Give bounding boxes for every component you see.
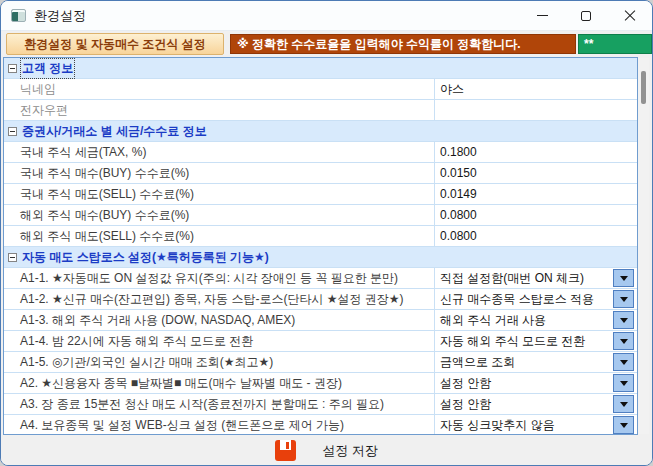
property-value[interactable]: 자동 해외 주식 모드로 전환 (434, 331, 637, 351)
settings-window: 환경설정 환경설정 및 자동매수 조건식 설정 ※ 정확한 수수료율을 입력해야… (0, 0, 653, 466)
property-row[interactable]: A1-3. 해외 주식 거래 사용 (DOW, NASDAQ, AMEX)해외 … (4, 310, 637, 331)
chevron-down-icon (620, 318, 628, 323)
property-label: 국내 주식 매도(SELL) 수수료(%) (4, 184, 434, 204)
property-value-text: 0.0800 (440, 208, 477, 222)
property-row[interactable]: 해외 주식 매수(BUY) 수수료(%)0.0800 (4, 205, 637, 226)
property-value-text: 자동 싱크맞추지 않음 (440, 417, 555, 434)
property-label: 해외 주식 매도(SELL) 수수료(%) (4, 226, 434, 246)
property-value[interactable]: 0.1800 (434, 142, 637, 162)
property-value[interactable] (434, 100, 637, 120)
property-label: A1-4. 밤 22시에 자동 해외 주식 모드로 전환 (4, 331, 434, 351)
property-row[interactable]: A1-1. ★자동매도 ON 설정값 유지(주의: 시각 장애인 등 꼭 필요한… (4, 268, 637, 289)
property-value[interactable]: 0.0150 (434, 163, 637, 183)
property-value[interactable]: 직접 설정함(매번 ON 체크) (434, 268, 637, 288)
property-value-text: 야스 (440, 81, 464, 98)
dropdown-button[interactable] (613, 269, 634, 287)
property-value-text: 0.0800 (440, 229, 477, 243)
dropdown-button[interactable] (613, 290, 634, 308)
scrollbar-thumb[interactable] (641, 71, 646, 104)
property-value[interactable]: 설정 안함 (434, 394, 637, 414)
property-row[interactable]: 닉네임야스 (4, 79, 637, 100)
vertical-scrollbar[interactable] (638, 58, 649, 434)
property-value-text: 0.0150 (440, 166, 477, 180)
property-label: A3. 장 종료 15분전 청산 매도 시작(종료전까지 분할매도 : 주의 필… (4, 394, 434, 414)
property-label: 전자우편 (4, 100, 434, 120)
dropdown-button[interactable] (613, 332, 634, 350)
property-value-text: 자동 해외 주식 모드로 전환 (440, 333, 585, 350)
property-value-text: 0.0149 (440, 187, 477, 201)
section-header: 증권사/거래소 별 세금/수수료 정보 (4, 121, 637, 141)
section-title: 고객 정보 (22, 60, 73, 77)
maximize-icon (581, 11, 591, 21)
property-value[interactable]: 설정 안함 (434, 373, 637, 393)
window-controls (520, 1, 652, 30)
property-value-text: 직접 설정함(매번 ON 체크) (440, 270, 584, 287)
property-row[interactable]: 해외 주식 매도(SELL) 수수료(%)0.0800 (4, 226, 637, 247)
property-value[interactable]: 야스 (434, 79, 637, 99)
dropdown-button[interactable] (613, 374, 634, 392)
titlebar: 환경설정 (1, 1, 652, 31)
property-value[interactable]: 0.0800 (434, 226, 637, 246)
property-value-text: 설정 안함 (440, 375, 491, 392)
app-icon (11, 9, 26, 22)
section-header: 자동 매도 스탑로스 설정(★특허등록된 기능★) (4, 247, 637, 267)
close-icon (624, 10, 636, 22)
chevron-down-icon (620, 276, 628, 281)
property-label: 닉네임 (4, 79, 434, 99)
property-value[interactable]: 자동 싱크맞추지 않음 (434, 415, 637, 435)
property-row[interactable]: A1-2. ★신규 매수(잔고편입) 종목, 자동 스탑-로스(단타시 ★설정 … (4, 289, 637, 310)
property-label: A4. 보유종목 및 설정 WEB-싱크 설정 (핸드폰으로 제어 가능) (4, 415, 434, 435)
chevron-down-icon (620, 381, 628, 386)
tab-settings[interactable]: 환경설정 및 자동매수 조건식 설정 (6, 33, 224, 55)
property-value-text: 해외 주식 거래 사용 (440, 312, 546, 329)
save-floppy-icon (275, 440, 296, 461)
chevron-down-icon (620, 402, 628, 407)
property-row[interactable]: 국내 주식 매수(BUY) 수수료(%)0.0150 (4, 163, 637, 184)
chevron-down-icon (620, 339, 628, 344)
section-header-row[interactable]: 고객 정보 (4, 58, 637, 79)
property-row[interactable]: A1-5. ◎기관/외국인 실시간 매매 조회(★최고★)금액으로 조회 (4, 352, 637, 373)
status-badge: ** (578, 34, 652, 54)
close-button[interactable] (608, 1, 652, 30)
dropdown-button[interactable] (613, 416, 634, 434)
chevron-down-icon (620, 297, 628, 302)
property-value[interactable]: 0.0149 (434, 184, 637, 204)
dropdown-button[interactable] (613, 311, 634, 329)
collapse-minus-icon[interactable] (8, 64, 17, 73)
section-title: 자동 매도 스탑로스 설정(★특허등록된 기능★) (22, 249, 269, 266)
maximize-button[interactable] (564, 1, 608, 30)
dropdown-button[interactable] (613, 395, 634, 413)
dropdown-button[interactable] (613, 353, 634, 371)
tabbar: 환경설정 및 자동매수 조건식 설정 ※ 정확한 수수료율을 입력해야 수익률이… (1, 31, 652, 57)
property-value[interactable]: 0.0800 (434, 205, 637, 225)
save-button-label: 설정 저장 (322, 442, 378, 460)
property-row[interactable]: A2. ★신용융자 종목 ■날짜별■ 매도(매수 날짜별 매도 - 권장)설정 … (4, 373, 637, 394)
property-row[interactable]: 국내 주식 세금(TAX, %)0.1800 (4, 142, 637, 163)
save-button[interactable]: 설정 저장 (235, 438, 418, 463)
collapse-minus-icon[interactable] (8, 127, 17, 136)
property-row[interactable]: A3. 장 종료 15분전 청산 매도 시작(종료전까지 분할매도 : 주의 필… (4, 394, 637, 415)
chevron-down-icon (620, 360, 628, 365)
property-row[interactable]: A1-4. 밤 22시에 자동 해외 주식 모드로 전환자동 해외 주식 모드로… (4, 331, 637, 352)
property-value-text: 금액으로 조회 (440, 354, 515, 371)
property-row[interactable]: 전자우편 (4, 100, 637, 121)
property-label: A1-3. 해외 주식 거래 사용 (DOW, NASDAQ, AMEX) (4, 310, 434, 330)
property-value[interactable]: 신규 매수종목 스탑로스 적용 (434, 289, 637, 309)
section-header-row[interactable]: 자동 매도 스탑로스 설정(★특허등록된 기능★) (4, 247, 637, 268)
property-label: A1-2. ★신규 매수(잔고편입) 종목, 자동 스탑-로스(단타시 ★설정 … (4, 289, 434, 309)
property-value[interactable]: 금액으로 조회 (434, 352, 637, 372)
fee-notice-banner: ※ 정확한 수수료율을 입력해야 수익률이 정확합니다. (230, 34, 576, 54)
minimize-button[interactable] (520, 1, 564, 30)
property-row[interactable]: 국내 주식 매도(SELL) 수수료(%)0.0149 (4, 184, 637, 205)
property-label: A1-1. ★자동매도 ON 설정값 유지(주의: 시각 장애인 등 꼭 필요한… (4, 268, 434, 288)
property-row[interactable]: A4. 보유종목 및 설정 WEB-싱크 설정 (핸드폰으로 제어 가능)자동 … (4, 415, 637, 435)
property-label: 해외 주식 매수(BUY) 수수료(%) (4, 205, 434, 225)
property-value-text: 신규 매수종목 스탑로스 적용 (440, 291, 594, 308)
section-title: 증권사/거래소 별 세금/수수료 정보 (22, 123, 207, 140)
property-value-text: 0.1800 (440, 145, 477, 159)
section-header-row[interactable]: 증권사/거래소 별 세금/수수료 정보 (4, 121, 637, 142)
minimize-icon (537, 15, 548, 16)
property-label: 국내 주식 매수(BUY) 수수료(%) (4, 163, 434, 183)
property-value[interactable]: 해외 주식 거래 사용 (434, 310, 637, 330)
collapse-minus-icon[interactable] (8, 253, 17, 262)
